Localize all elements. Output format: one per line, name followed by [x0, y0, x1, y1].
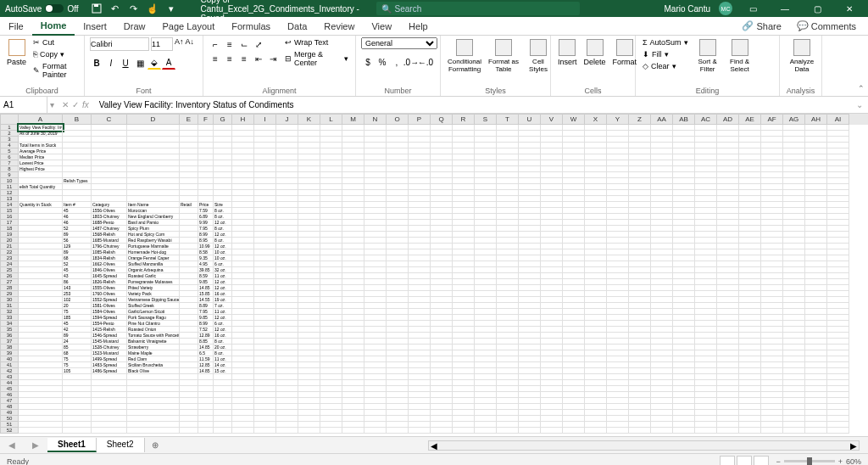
cell[interactable] — [431, 214, 453, 220]
cell[interactable] — [629, 416, 651, 422]
cell[interactable] — [519, 374, 541, 380]
row-header[interactable]: 35 — [0, 327, 19, 333]
cell[interactable] — [63, 416, 92, 422]
cell[interactable]: 42 — [63, 327, 92, 333]
format-painter-button[interactable]: ✎Format Painter — [31, 61, 79, 80]
cell[interactable]: Relish Types — [63, 178, 92, 184]
column-header[interactable]: AI — [827, 114, 849, 125]
cell[interactable] — [695, 392, 717, 398]
cell[interactable] — [180, 315, 198, 321]
cell[interactable] — [629, 214, 651, 220]
cell[interactable] — [387, 380, 409, 386]
cell[interactable]: 85 — [63, 345, 92, 350]
cell[interactable] — [585, 356, 607, 362]
cell[interactable] — [607, 345, 629, 350]
cell[interactable] — [805, 137, 827, 143]
cell[interactable] — [541, 244, 563, 249]
cell[interactable] — [232, 160, 254, 166]
cell[interactable] — [232, 226, 254, 232]
cell[interactable] — [585, 285, 607, 291]
indent-decrease-icon[interactable]: ⇤ — [252, 52, 265, 65]
cell[interactable] — [585, 309, 607, 315]
cell[interactable] — [475, 297, 497, 303]
cell[interactable]: 1552-Spread — [92, 297, 127, 303]
align-bottom-icon[interactable]: ⌙ — [237, 37, 251, 51]
cell[interactable] — [761, 410, 783, 416]
cell[interactable] — [519, 285, 541, 291]
cell[interactable] — [805, 273, 827, 279]
cell[interactable] — [298, 184, 320, 190]
cell[interactable] — [387, 362, 409, 368]
cell[interactable] — [198, 386, 214, 392]
row-header[interactable]: 33 — [0, 315, 19, 321]
cell[interactable] — [232, 350, 254, 356]
cell[interactable]: 1487-Chutney — [92, 226, 127, 232]
cell[interactable] — [541, 380, 563, 386]
cell[interactable] — [827, 249, 849, 255]
cell[interactable] — [519, 184, 541, 190]
cell[interactable] — [92, 374, 127, 380]
cell[interactable] — [673, 333, 695, 339]
cell[interactable] — [127, 154, 180, 160]
cell[interactable] — [232, 261, 254, 267]
cell[interactable] — [827, 166, 849, 172]
cell[interactable] — [805, 315, 827, 321]
cell[interactable] — [320, 315, 342, 321]
cell[interactable] — [409, 398, 431, 404]
cell[interactable]: Lowest Price — [19, 160, 63, 166]
row-header[interactable]: 7 — [0, 160, 19, 166]
cell[interactable] — [739, 232, 761, 238]
cell[interactable]: 11 oz. — [214, 273, 232, 279]
cell[interactable] — [629, 238, 651, 244]
cell[interactable] — [585, 428, 607, 434]
cell[interactable] — [541, 297, 563, 303]
cell[interactable] — [431, 154, 453, 160]
cell[interactable] — [607, 178, 629, 184]
cell[interactable] — [497, 285, 519, 291]
cell[interactable] — [276, 291, 298, 297]
cell[interactable] — [232, 380, 254, 386]
cell[interactable] — [254, 398, 276, 404]
column-header[interactable]: AD — [717, 114, 739, 125]
cell[interactable] — [475, 273, 497, 279]
cell[interactable] — [673, 214, 695, 220]
cell[interactable] — [717, 309, 739, 315]
cell[interactable] — [717, 386, 739, 392]
cell[interactable] — [651, 356, 673, 362]
cell[interactable] — [695, 321, 717, 327]
cell[interactable] — [695, 404, 717, 410]
cell[interactable] — [629, 428, 651, 434]
cell[interactable] — [585, 362, 607, 368]
cell[interactable] — [180, 356, 198, 362]
cell[interactable] — [320, 226, 342, 232]
cell[interactable] — [629, 184, 651, 190]
cell[interactable] — [342, 232, 364, 238]
cell[interactable] — [739, 285, 761, 291]
cell[interactable] — [298, 398, 320, 404]
cell[interactable] — [364, 190, 387, 196]
cell[interactable] — [364, 386, 387, 392]
cell[interactable] — [607, 190, 629, 196]
sheet-tab[interactable]: Sheet2 — [97, 438, 145, 452]
column-header[interactable]: P — [409, 114, 431, 125]
cell[interactable] — [541, 362, 563, 368]
cell[interactable] — [563, 279, 585, 285]
cell[interactable] — [254, 148, 276, 154]
cell[interactable] — [805, 244, 827, 249]
cell[interactable] — [19, 386, 63, 392]
cell[interactable] — [409, 226, 431, 232]
cell[interactable] — [629, 249, 651, 255]
cell[interactable] — [585, 238, 607, 244]
cell[interactable] — [805, 226, 827, 232]
cell[interactable] — [783, 255, 805, 261]
cell[interactable]: 12 oz. — [214, 315, 232, 321]
cell[interactable]: 16 oz. — [214, 333, 232, 339]
cell[interactable] — [409, 368, 431, 374]
worksheet-grid[interactable]: ABCDEFGHIJKLMNOPQRSTUVWXYZAAABACADAEAFAG… — [0, 114, 868, 436]
cell[interactable] — [585, 255, 607, 261]
cell[interactable] — [519, 291, 541, 297]
cell[interactable] — [475, 362, 497, 368]
align-top-icon[interactable]: ⌐ — [209, 37, 222, 51]
cell[interactable] — [320, 196, 342, 202]
cell[interactable] — [19, 404, 63, 410]
